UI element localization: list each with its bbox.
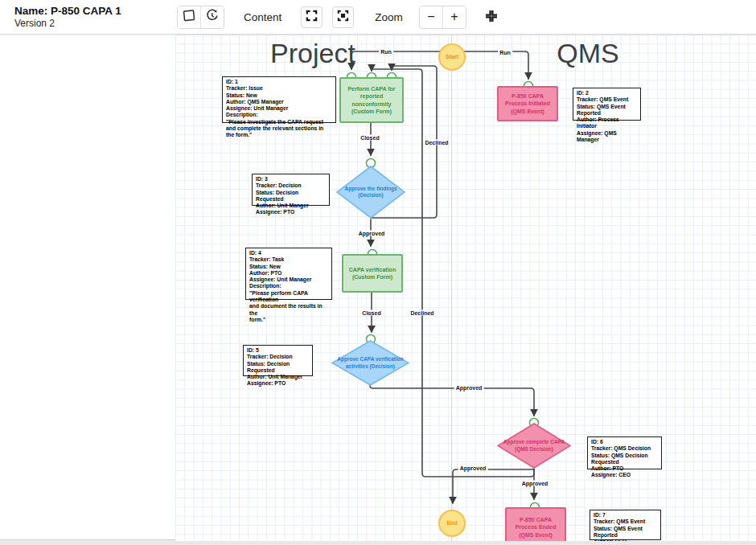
edge-label-approved-2: Approved xyxy=(454,385,484,391)
process-version: Version 2 xyxy=(14,18,175,29)
zoom-button-group: − + xyxy=(419,6,466,29)
center-focus-icon xyxy=(336,9,350,25)
node-label: Start xyxy=(444,51,460,62)
node-label: End xyxy=(445,518,458,528)
note-icon xyxy=(182,8,196,26)
node-approve-complete[interactable]: Approve complete CAPA (QMS Decision) xyxy=(497,423,571,469)
left-panel xyxy=(0,35,175,539)
toolbar: Name: P-850 CAPA 1 Version 2 Content xyxy=(0,0,756,35)
node-approve-findings[interactable]: Approve the findings (Decision) xyxy=(336,166,405,219)
node-capa-verification[interactable]: CAPA verification (Custom Form) xyxy=(342,254,403,293)
node-label: Approve CAPA verification activities (De… xyxy=(331,340,409,386)
annotation-5[interactable]: ID: 5 Tracker: Decision Status: Decision… xyxy=(243,345,313,376)
diagram-canvas[interactable]: Project QMS xyxy=(175,35,756,541)
edge-label-run-left: Run xyxy=(379,49,393,55)
edge-label-closed-2: Closed xyxy=(360,310,382,316)
annotation-3[interactable]: ID: 3 Tracker: Decision Status: Decision… xyxy=(252,174,330,206)
view-button-group xyxy=(177,6,224,29)
zoom-in-icon: + xyxy=(450,10,458,24)
node-end[interactable]: End xyxy=(438,510,466,537)
content-label: Content xyxy=(244,11,281,23)
node-process-ended[interactable]: P-850 CAPA Process Ended (QMS Event) xyxy=(505,507,566,541)
zoom-label: Zoom xyxy=(375,11,403,23)
compress-button[interactable] xyxy=(481,6,503,28)
edge-label-approved-to-ended: Approved xyxy=(520,481,550,486)
process-viewer-app: Name: P-850 CAPA 1 Version 2 Content xyxy=(0,0,756,545)
node-perform-capa[interactable]: Perform CAPA for reported nonconformity … xyxy=(339,77,404,123)
node-label: Approve the findings (Decision) xyxy=(336,166,405,219)
edge-label-run-right: Run xyxy=(498,50,512,55)
edge-label-declined-1: Declined xyxy=(423,140,450,145)
note-view-button[interactable] xyxy=(178,6,200,28)
annotation-4[interactable]: ID: 4 Tracker: Task Status: New Author: … xyxy=(245,248,332,300)
zoom-in-button[interactable]: + xyxy=(442,6,466,28)
node-approve-verification[interactable]: Approve CAPA verification activities (De… xyxy=(331,340,409,386)
process-name: Name: P-850 CAPA 1 xyxy=(14,5,175,18)
title-block: Name: P-850 CAPA 1 Version 2 xyxy=(0,5,175,30)
annotation-6[interactable]: ID: 6 Tracker: QMS Decision Status: QMS … xyxy=(587,436,662,469)
edge-label-approved-to-end: Approved xyxy=(458,465,488,471)
history-icon xyxy=(205,8,220,26)
lane-title-qms: QMS xyxy=(557,38,618,69)
zoom-out-icon: − xyxy=(427,10,434,24)
edge-label-approved-1: Approved xyxy=(357,231,387,236)
node-label: CAPA verification (Custom Form) xyxy=(343,264,401,282)
node-process-initiated[interactable]: P-850 CAPA Process Initiated (QMS Event) xyxy=(497,86,558,121)
node-start[interactable]: Start xyxy=(438,43,466,71)
history-button[interactable] xyxy=(200,6,224,28)
compress-icon xyxy=(484,9,499,26)
zoom-out-button[interactable]: − xyxy=(420,6,442,28)
fullscreen-icon xyxy=(305,9,318,25)
annotation-7[interactable]: ID: 7 Tracker: QMS Event Status: QMS Eve… xyxy=(590,510,661,540)
edge-label-declined-2: Declined xyxy=(409,310,435,316)
node-label: P-850 CAPA Process Ended (QMS Event) xyxy=(507,514,565,539)
fullscreen-button[interactable] xyxy=(301,6,323,28)
main-area: Project QMS xyxy=(0,35,756,539)
annotation-2[interactable]: ID: 2 Tracker: QMS Event Status: QMS Eve… xyxy=(573,88,641,121)
edge-label-closed-1: Closed xyxy=(359,135,380,141)
node-label: Approve complete CAPA (QMS Decision) xyxy=(497,423,571,469)
node-label: Perform CAPA for reported nonconformity … xyxy=(341,84,402,116)
center-focus-button[interactable] xyxy=(332,6,354,28)
lane-title-project: Project xyxy=(270,38,355,69)
node-label: P-850 CAPA Process Initiated (QMS Event) xyxy=(499,91,557,116)
annotation-1[interactable]: ID: 1 Tracker: Issue Status: New Author:… xyxy=(222,76,336,123)
